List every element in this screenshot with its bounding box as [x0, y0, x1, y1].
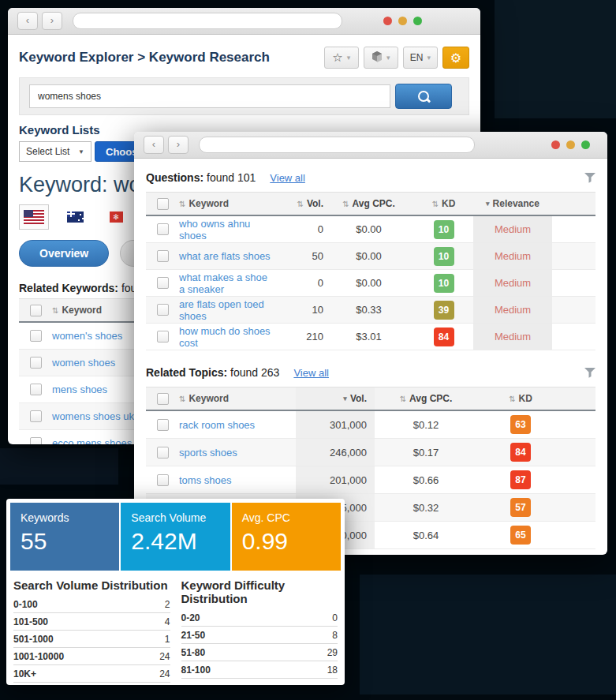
- row-checkbox-cell: [146, 411, 179, 438]
- range-label: 0-100: [13, 599, 38, 610]
- keyword-link[interactable]: rack room shoes: [179, 411, 296, 438]
- back-icon: ‹: [26, 14, 29, 26]
- kd-badge: 10: [434, 274, 454, 293]
- star-icon: ☆: [332, 51, 342, 65]
- window-dot-green-icon[interactable]: [581, 140, 590, 149]
- forward-button[interactable]: ›: [168, 136, 189, 154]
- distribution-row: 81-10018: [181, 661, 338, 679]
- flag-us-button[interactable]: [19, 204, 49, 230]
- window-dot-red-icon[interactable]: [383, 17, 392, 25]
- forward-button[interactable]: ›: [42, 12, 62, 30]
- back-button[interactable]: ‹: [17, 12, 38, 30]
- filter-icon[interactable]: [584, 368, 595, 378]
- table-row: what makes a shoe a sneaker0$0.0010Mediu…: [146, 270, 595, 297]
- keyword-link[interactable]: are flats open toed shoes: [179, 297, 272, 323]
- row-checkbox-cell: [146, 216, 179, 242]
- window-dot-yellow-icon[interactable]: [566, 140, 575, 149]
- caret-down-icon: ▾: [347, 54, 351, 62]
- distribution-title: Keyword Difficulty Distribution: [181, 578, 338, 605]
- keyword-link[interactable]: what makes a shoe a sneaker: [179, 270, 272, 296]
- window-dot-red-icon[interactable]: [551, 140, 560, 149]
- select-all-checkbox[interactable]: [157, 198, 169, 210]
- sort-icon: ⇅: [342, 200, 349, 208]
- distribution-title: Search Volume Distribution: [13, 578, 170, 592]
- search-input[interactable]: [29, 84, 390, 108]
- row-checkbox[interactable]: [157, 331, 169, 343]
- column-header-cpc[interactable]: ⇅Avg CPC.: [375, 387, 477, 410]
- topics-view-all-link[interactable]: View all: [293, 367, 329, 379]
- us-flag-icon: [24, 210, 44, 224]
- window-dot-green-icon[interactable]: [413, 17, 422, 25]
- row-checkbox[interactable]: [30, 410, 42, 422]
- range-label: 10K+: [13, 668, 36, 679]
- keyword-link[interactable]: how much do shoes cost: [179, 324, 272, 350]
- select-all-checkbox[interactable]: [157, 393, 169, 405]
- row-checkbox[interactable]: [157, 474, 169, 486]
- sort-icon: ⇅: [509, 395, 515, 403]
- column-header-relevance[interactable]: ▾Relevance: [473, 193, 552, 215]
- window2-body: Questions: found 101 View all ⇅Keyword ⇅…: [134, 159, 607, 549]
- row-checkbox[interactable]: [157, 277, 169, 289]
- apps-button[interactable]: ▾: [364, 47, 398, 69]
- distribution: Search Volume Distribution0-1002101-5004…: [13, 578, 170, 683]
- row-checkbox[interactable]: [157, 304, 169, 316]
- select-all-checkbox[interactable]: [30, 305, 42, 316]
- row-checkbox-cell: [19, 376, 52, 402]
- relevance-value: Medium: [473, 324, 552, 350]
- column-header-kd[interactable]: ⇅KD: [477, 387, 564, 410]
- kd-badge: 84: [434, 328, 454, 346]
- tab-overview[interactable]: Overview: [19, 240, 109, 267]
- volume-value: 246,000: [296, 439, 375, 466]
- settings-button[interactable]: ⚙: [442, 47, 469, 69]
- column-label: Relevance: [493, 198, 539, 209]
- search-button[interactable]: [395, 84, 452, 109]
- column-header-cpc[interactable]: ⇅Avg CPC.: [323, 193, 414, 215]
- back-button[interactable]: ‹: [144, 136, 164, 154]
- column-header-keyword[interactable]: ⇅Keyword: [179, 193, 272, 215]
- row-checkbox[interactable]: [30, 330, 42, 342]
- column-label: Vol.: [307, 198, 323, 209]
- spacer: [564, 522, 595, 548]
- url-bar[interactable]: [73, 13, 342, 29]
- keyword-link[interactable]: what are flats shoes: [179, 243, 272, 269]
- row-checkbox[interactable]: [30, 357, 42, 369]
- url-bar[interactable]: [199, 137, 475, 153]
- keyword-link[interactable]: toms shoes: [179, 466, 296, 493]
- header-checkbox-cell: [19, 299, 52, 321]
- window-controls: [383, 17, 422, 25]
- column-label: Keyword: [189, 393, 229, 404]
- flag-au-button[interactable]: [60, 204, 90, 230]
- row-checkbox[interactable]: [30, 384, 42, 395]
- row-checkbox[interactable]: [157, 223, 169, 235]
- count-value: 18: [327, 664, 338, 676]
- relevance-value: Medium: [473, 216, 552, 242]
- app-header: Keyword Explorer > Keyword Research ☆ ▾ …: [19, 46, 469, 69]
- column-label: Avg CPC.: [409, 393, 452, 404]
- column-header-kd[interactable]: ⇅KD: [414, 193, 473, 215]
- back-icon: ‹: [152, 138, 155, 150]
- row-checkbox[interactable]: [157, 250, 169, 262]
- cpc-value: $0.64: [375, 522, 477, 548]
- language-button[interactable]: EN ▾: [403, 47, 438, 69]
- keyword-link[interactable]: sports shoes: [179, 439, 296, 466]
- column-header-vol[interactable]: ⇅Vol.: [272, 193, 323, 215]
- keyword-link[interactable]: who owns ahnu shoes: [179, 216, 272, 242]
- column-header-keyword[interactable]: ⇅Keyword: [179, 387, 296, 410]
- kd-badge: 84: [510, 443, 531, 462]
- topics-count: found 263: [230, 366, 279, 379]
- list-select[interactable]: Select List ▼: [19, 141, 91, 162]
- row-checkbox[interactable]: [157, 447, 169, 459]
- row-checkbox-cell: [146, 270, 179, 296]
- row-checkbox[interactable]: [157, 419, 169, 431]
- browser-chrome: ‹ ›: [134, 132, 607, 159]
- questions-count: found 101: [207, 171, 256, 184]
- questions-table-header: ⇅Keyword ⇅Vol. ⇅Avg CPC. ⇅KD ▾Relevance: [146, 192, 595, 216]
- window-dot-yellow-icon[interactable]: [398, 17, 407, 25]
- favorites-button[interactable]: ☆ ▾: [324, 47, 359, 69]
- filter-icon[interactable]: [584, 173, 595, 183]
- flag-hk-button[interactable]: ✻: [101, 204, 131, 230]
- questions-view-all-link[interactable]: View all: [270, 172, 305, 184]
- row-checkbox[interactable]: [30, 437, 42, 444]
- column-header-vol[interactable]: ▾Vol.: [296, 387, 375, 410]
- forward-icon: ›: [50, 14, 54, 26]
